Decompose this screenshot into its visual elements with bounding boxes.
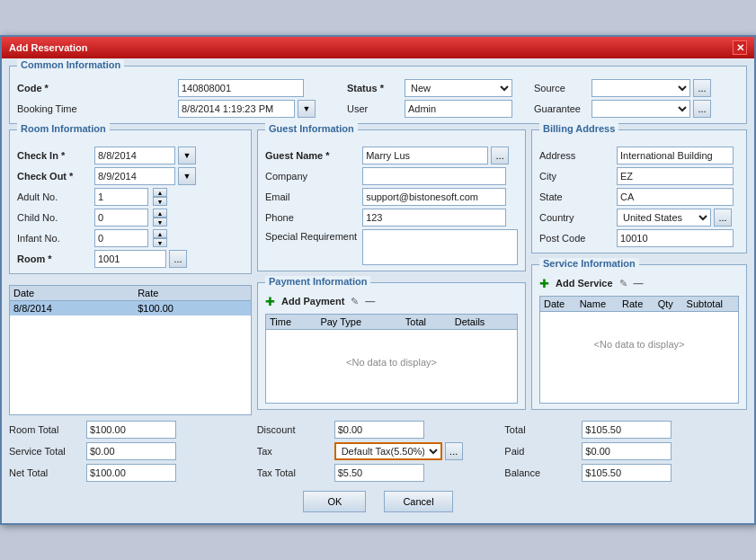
booking-dropdown-button[interactable]: ▼ bbox=[298, 100, 316, 118]
room-total-input[interactable] bbox=[86, 421, 176, 439]
pay-time-header: Time bbox=[266, 315, 316, 330]
user-input[interactable] bbox=[405, 100, 512, 118]
middle-panel: Guest Information Guest Name * ... Compa… bbox=[257, 129, 526, 415]
guestname-browse-button[interactable]: ... bbox=[491, 147, 509, 164]
infant-input[interactable] bbox=[94, 229, 148, 247]
checkout-dropdown-button[interactable]: ▼ bbox=[178, 167, 196, 185]
add-service-button[interactable]: Add Service bbox=[556, 274, 613, 292]
common-info-section: Common Information Code * Status * New S… bbox=[9, 66, 747, 124]
common-legend: Common Information bbox=[17, 59, 124, 70]
tax-total-input[interactable] bbox=[334, 464, 424, 482]
infant-up-button[interactable]: ▲ bbox=[153, 229, 167, 238]
service-no-data: <No data to display> bbox=[540, 312, 738, 378]
three-panels: Room Information Check In * ▼ Check Out … bbox=[9, 129, 747, 415]
total-label: Total bbox=[504, 424, 576, 435]
pay-type-header: Pay Type bbox=[316, 315, 401, 330]
state-input[interactable] bbox=[617, 188, 734, 206]
checkout-input[interactable] bbox=[94, 167, 175, 185]
discount-input[interactable] bbox=[334, 421, 424, 439]
postcode-input[interactable] bbox=[617, 229, 734, 247]
payment-no-data: <No data to display> bbox=[266, 330, 517, 396]
address-label: Address bbox=[539, 150, 611, 161]
balance-input[interactable] bbox=[582, 464, 672, 482]
company-label: Company bbox=[265, 171, 357, 182]
payment-info-section: Payment Information ✚ Add Payment ✎ — Ti… bbox=[257, 282, 526, 410]
child-down-button[interactable]: ▼ bbox=[153, 218, 167, 227]
delete-service-icon[interactable]: — bbox=[634, 278, 644, 289]
code-input[interactable] bbox=[178, 79, 304, 97]
pay-total-header: Total bbox=[402, 315, 451, 330]
title-bar: Add Reservation ✕ bbox=[2, 37, 754, 58]
source-select[interactable] bbox=[591, 79, 690, 97]
room-input[interactable] bbox=[94, 250, 166, 268]
child-input[interactable] bbox=[94, 209, 148, 227]
special-label: Special Requirement bbox=[265, 229, 357, 242]
delete-payment-icon[interactable]: — bbox=[365, 296, 375, 307]
booking-input[interactable] bbox=[178, 100, 295, 118]
room-rate-cell: $100.00 bbox=[134, 301, 251, 316]
billing-section: Billing Address Address City State Count… bbox=[531, 129, 747, 253]
child-label: Child No. bbox=[17, 212, 89, 223]
net-total-input[interactable] bbox=[86, 464, 176, 482]
table-row[interactable]: 8/8/2014 $100.00 bbox=[10, 301, 251, 316]
adult-up-button[interactable]: ▲ bbox=[153, 188, 167, 197]
city-label: City bbox=[539, 171, 611, 182]
tax-total-label: Tax Total bbox=[257, 467, 329, 478]
service-no-data-row: <No data to display> bbox=[540, 312, 738, 378]
button-row: OK Cancel bbox=[9, 487, 747, 516]
service-total-label: Service Total bbox=[9, 446, 81, 457]
special-textarea[interactable] bbox=[362, 229, 518, 265]
address-input[interactable] bbox=[617, 147, 734, 164]
child-up-button[interactable]: ▲ bbox=[153, 209, 167, 218]
paid-input[interactable] bbox=[582, 442, 672, 460]
guarantee-browse-button[interactable]: ... bbox=[693, 100, 711, 118]
edit-service-icon[interactable]: ✎ bbox=[619, 278, 627, 289]
service-table: Date Name Rate Qty Subtotal <No data to … bbox=[539, 296, 739, 404]
checkout-label: Check Out * bbox=[17, 171, 89, 182]
cancel-button[interactable]: Cancel bbox=[384, 491, 452, 512]
pay-details-header: Details bbox=[451, 315, 517, 330]
country-browse-button[interactable]: ... bbox=[714, 209, 732, 227]
phone-input[interactable] bbox=[362, 209, 506, 227]
phone-label: Phone bbox=[265, 212, 357, 223]
tax-browse-button[interactable]: ... bbox=[445, 442, 463, 460]
email-input[interactable] bbox=[362, 188, 506, 206]
checkin-input[interactable] bbox=[94, 147, 175, 164]
bottom-totals: Room Total Service Total Net Total Disco… bbox=[9, 421, 747, 482]
company-input[interactable] bbox=[362, 167, 506, 185]
checkin-dropdown-button[interactable]: ▼ bbox=[178, 147, 196, 164]
guest-info-section: Guest Information Guest Name * ... Compa… bbox=[257, 129, 526, 271]
payment-table: Time Pay Type Total Details <No data to … bbox=[265, 314, 518, 404]
add-reservation-window: Add Reservation ✕ Common Information Cod… bbox=[0, 35, 756, 525]
service-total-input[interactable] bbox=[86, 442, 176, 460]
right-totals: Total Paid Balance bbox=[504, 421, 747, 482]
country-select[interactable]: United States bbox=[617, 209, 711, 227]
close-button[interactable]: ✕ bbox=[733, 40, 747, 55]
payment-no-data-row: <No data to display> bbox=[266, 330, 517, 396]
edit-payment-icon[interactable]: ✎ bbox=[351, 296, 359, 307]
room-date-cell: 8/8/2014 bbox=[10, 301, 134, 316]
guestname-input[interactable] bbox=[362, 147, 488, 164]
status-select[interactable]: New bbox=[405, 79, 512, 97]
adult-down-button[interactable]: ▼ bbox=[153, 197, 167, 206]
room-browse-button[interactable]: ... bbox=[169, 250, 187, 268]
infant-down-button[interactable]: ▼ bbox=[153, 238, 167, 247]
tax-label: Tax bbox=[257, 446, 329, 457]
guest-legend: Guest Information bbox=[265, 123, 358, 134]
guarantee-select[interactable] bbox=[591, 100, 690, 118]
balance-label: Balance bbox=[504, 467, 576, 478]
room-rate-col-header: Rate bbox=[134, 286, 251, 301]
source-browse-button[interactable]: ... bbox=[693, 79, 711, 97]
total-input[interactable] bbox=[582, 421, 672, 439]
svc-qty-header: Qty bbox=[654, 297, 683, 312]
tax-select[interactable]: Default Tax(5.50%) bbox=[334, 442, 442, 460]
adult-input[interactable] bbox=[94, 188, 148, 206]
ok-button[interactable]: OK bbox=[303, 491, 366, 512]
state-label: State bbox=[539, 191, 611, 202]
city-input[interactable] bbox=[617, 167, 734, 185]
room-legend: Room Information bbox=[17, 123, 110, 134]
svc-date-header: Date bbox=[540, 297, 576, 312]
service-legend: Service Information bbox=[539, 258, 639, 269]
room-label: Room * bbox=[17, 253, 89, 264]
add-payment-button[interactable]: Add Payment bbox=[281, 292, 344, 310]
